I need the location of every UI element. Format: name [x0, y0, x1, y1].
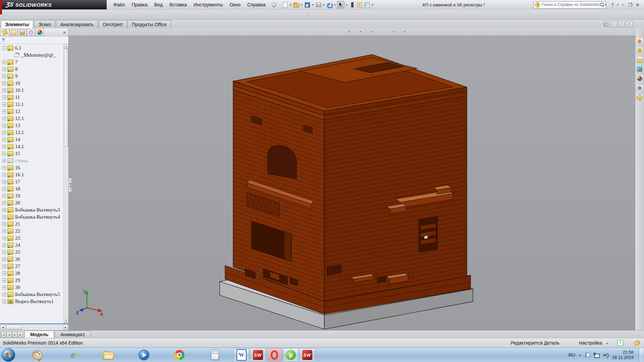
- tags-icon[interactable]: [633, 340, 641, 346]
- section-view-icon[interactable]: ▼: [330, 28, 340, 35]
- toolbar-icon-dome[interactable]: [172, 11, 180, 18]
- tree-expand-toggle[interactable]: [2, 131, 6, 134]
- toolbar-icon-sweep[interactable]: [75, 11, 83, 18]
- toolbar-icon-dimension[interactable]: [11, 11, 19, 18]
- scroll-down-icon[interactable]: ▼: [64, 319, 68, 323]
- tree-expand-toggle[interactable]: [2, 222, 6, 226]
- customization-control[interactable]: Настройка ▲: [579, 340, 608, 346]
- toolbar-icon-draft[interactable]: [140, 11, 148, 18]
- tree-expand-toggle[interactable]: [2, 67, 6, 71]
- tree-item[interactable]: 15: [0, 150, 64, 157]
- tree-item[interactable]: 12.1: [0, 115, 64, 122]
- options-dropdown-icon[interactable]: ▼: [371, 4, 374, 6]
- undo-icon[interactable]: [326, 1, 333, 8]
- tree-expand-toggle[interactable]: [2, 103, 6, 106]
- tree-expand-toggle[interactable]: [2, 173, 6, 177]
- tree-item[interactable]: 11: [0, 94, 64, 101]
- tab-nav-button[interactable]: ◀: [6, 332, 12, 338]
- tree-item[interactable]: Вырез-Вытянуть1: [0, 298, 64, 305]
- tree-expand-toggle[interactable]: [2, 201, 6, 205]
- taskbar-internet-explorer[interactable]: e: [65, 349, 80, 361]
- tree-item[interactable]: 22: [0, 228, 64, 235]
- tab-sketch[interactable]: Эскиз: [34, 20, 55, 28]
- taskbar-explorer[interactable]: [101, 349, 116, 361]
- tree-expand-toggle[interactable]: [2, 208, 6, 212]
- open-dropdown-icon[interactable]: ▼: [300, 4, 303, 6]
- options-icon[interactable]: [364, 1, 370, 8]
- tree-item[interactable]: _$$dummy@@_: [0, 52, 64, 59]
- stove-3d-model[interactable]: Y X Z: [69, 36, 635, 330]
- tree-expand-toggle[interactable]: [2, 117, 6, 120]
- tab-office-products[interactable]: Продукты Office: [127, 20, 171, 28]
- toolbar-icon[interactable]: [188, 11, 196, 18]
- tree-item[interactable]: 27: [0, 263, 64, 270]
- tree-item[interactable]: 20: [0, 199, 64, 206]
- tree-item[interactable]: 10.1: [0, 87, 64, 94]
- scroll-up-icon[interactable]: ▲: [64, 44, 68, 49]
- rebuild-icon[interactable]: [349, 1, 356, 8]
- tree-expand-toggle[interactable]: [2, 194, 6, 198]
- dimxpertmanager-tab[interactable]: [27, 29, 35, 36]
- tree-item[interactable]: 19: [0, 192, 64, 199]
- taskbar-media-player[interactable]: [137, 349, 151, 361]
- menu-item[interactable]: Справка: [244, 1, 269, 9]
- tree-item[interactable]: 7: [0, 59, 64, 66]
- tree-expand-toggle[interactable]: [2, 60, 6, 64]
- displaymanager-tab[interactable]: [36, 29, 44, 36]
- menu-item[interactable]: Вставка: [166, 1, 190, 9]
- display-style-icon[interactable]: ▼: [353, 28, 363, 35]
- tree-expand-toggle[interactable]: [2, 159, 6, 163]
- tree-expand-toggle[interactable]: [2, 110, 6, 113]
- panel-splitter-handle[interactable]: ◀◀: [69, 178, 72, 192]
- select-dropdown-icon[interactable]: ▼: [345, 4, 348, 6]
- tree-item[interactable]: 11.1: [0, 101, 64, 108]
- tree-expand-toggle[interactable]: [2, 180, 6, 184]
- print-dropdown-icon[interactable]: ▼: [322, 4, 325, 6]
- tree-expand-toggle[interactable]: [2, 74, 6, 78]
- volume-icon[interactable]: [603, 353, 608, 357]
- tree-expand-toggle[interactable]: [2, 272, 6, 275]
- tab-nav-button[interactable]: ▶: [18, 332, 23, 338]
- animation-tab[interactable]: Анимация1: [55, 330, 91, 338]
- taskbar-chrome[interactable]: [172, 349, 187, 361]
- toolbar-icon[interactable]: [43, 11, 51, 18]
- toolbar-icon[interactable]: [204, 11, 212, 18]
- tree-item[interactable]: 6.1: [0, 45, 64, 52]
- tree-item[interactable]: Бобышка-Вытянуть4: [0, 214, 64, 221]
- tree-expand-toggle[interactable]: [2, 250, 6, 254]
- tree-expand-toggle[interactable]: [2, 279, 6, 282]
- tree-expand-toggle[interactable]: [2, 286, 6, 289]
- tree-expand-toggle[interactable]: [2, 236, 6, 240]
- quick-tips-icon[interactable]: ?: [617, 340, 623, 346]
- toolbar-icon-extrude-boss[interactable]: [51, 11, 59, 18]
- tree-expand-toggle[interactable]: [2, 124, 6, 127]
- toolbar-icon-fillet[interactable]: [107, 11, 115, 18]
- scroll-right-icon[interactable]: ▶: [63, 325, 68, 330]
- print-icon[interactable]: [315, 1, 322, 8]
- view-settings-icon[interactable]: ▼: [397, 28, 407, 35]
- toolbar-icon-offset[interactable]: [35, 11, 43, 18]
- pin-menu-icon[interactable]: [272, 2, 276, 7]
- filter-icon[interactable]: [2, 38, 5, 42]
- more-tabs-chevron[interactable]: »: [63, 29, 66, 35]
- tree-item[interactable]: Бобышка-Вытянуть5: [0, 291, 64, 298]
- featuremanager-tab[interactable]: [1, 29, 9, 36]
- apply-scene-icon[interactable]: ▼: [386, 28, 396, 35]
- view-palette-icon[interactable]: [636, 66, 643, 73]
- menu-item[interactable]: Файл: [110, 1, 128, 9]
- tree-item[interactable]: 16: [0, 164, 64, 171]
- tree-expand-toggle[interactable]: [2, 88, 6, 92]
- toolbar-icon-shell[interactable]: [148, 11, 156, 18]
- tree-item[interactable]: 30: [0, 284, 64, 291]
- tree-expand-toggle[interactable]: [2, 138, 6, 141]
- language-indicator[interactable]: RU: [569, 352, 575, 358]
- tree-expand-toggle[interactable]: [2, 215, 6, 219]
- toolbar-icon-wizard[interactable]: [59, 11, 67, 18]
- tree-expand-toggle[interactable]: [2, 96, 6, 99]
- tree-item[interactable]: Бобышка-Вытянуть3: [0, 206, 64, 214]
- viewport-layout-icon[interactable]: [603, 21, 609, 27]
- toolbar-icon-convert[interactable]: [27, 11, 35, 18]
- toolbar-icon-rib[interactable]: [156, 11, 164, 18]
- tree-vertical-scrollbar[interactable]: ▲ ▼: [63, 44, 68, 323]
- toolbar-icon[interactable]: [115, 11, 123, 18]
